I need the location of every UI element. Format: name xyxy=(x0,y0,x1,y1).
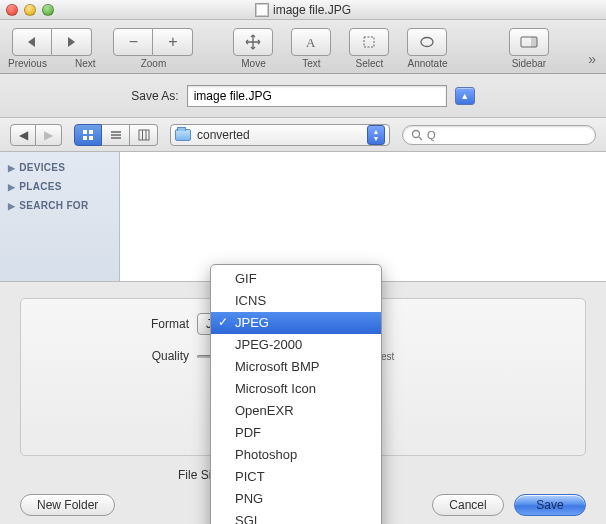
save-label: Save xyxy=(536,498,563,512)
svg-rect-8 xyxy=(89,136,93,140)
disclosure-triangle-icon: ▶ xyxy=(8,182,15,192)
previous-label: Previous xyxy=(8,58,47,69)
sidebar-section-places[interactable]: ▶ PLACES xyxy=(0,177,119,196)
svg-rect-7 xyxy=(83,136,87,140)
search-icon xyxy=(411,129,423,141)
move-tool-button[interactable] xyxy=(233,28,273,56)
titlebar: image file.JPG xyxy=(0,0,606,20)
folder-stepper-icon: ▲▼ xyxy=(367,125,385,145)
format-option[interactable]: PNG xyxy=(211,488,381,510)
svg-rect-6 xyxy=(89,130,93,134)
cancel-button[interactable]: Cancel xyxy=(432,494,504,516)
format-option[interactable]: OpenEXR xyxy=(211,400,381,422)
svg-line-16 xyxy=(419,137,422,140)
zoom-label: Zoom xyxy=(141,58,167,69)
move-label: Move xyxy=(241,58,265,69)
list-view-button[interactable] xyxy=(102,124,130,146)
format-label: Format xyxy=(39,317,189,331)
svg-rect-12 xyxy=(139,130,149,140)
svg-point-15 xyxy=(413,130,420,137)
file-icon xyxy=(255,3,269,17)
sidebar-label: Sidebar xyxy=(512,58,546,69)
format-option[interactable]: Microsoft BMP xyxy=(211,356,381,378)
format-option[interactable]: GIF xyxy=(211,268,381,290)
toolbar: Previous Next − + Zoom Move A Text Selec… xyxy=(0,20,606,74)
zoom-in-button[interactable]: + xyxy=(153,28,193,56)
expand-disclosure-button[interactable]: ▲ xyxy=(455,87,475,105)
file-list-area[interactable] xyxy=(120,152,606,281)
quality-hint: est xyxy=(381,351,394,362)
format-dropdown-menu[interactable]: GIFICNSJPEGJPEG-2000Microsoft BMPMicroso… xyxy=(210,264,382,524)
previous-button[interactable] xyxy=(12,28,52,56)
sidebar-section-label: SEARCH FOR xyxy=(19,200,88,211)
window-controls xyxy=(6,4,54,16)
zoom-out-button[interactable]: − xyxy=(113,28,153,56)
text-tool-button[interactable]: A xyxy=(291,28,331,56)
icon-view-button[interactable] xyxy=(74,124,102,146)
annotate-label: Annotate xyxy=(407,58,447,69)
format-option[interactable]: ICNS xyxy=(211,290,381,312)
format-option[interactable]: PICT xyxy=(211,466,381,488)
back-button[interactable]: ◀ xyxy=(10,124,36,146)
text-label: Text xyxy=(302,58,320,69)
folder-name: converted xyxy=(197,128,250,142)
select-tool-button[interactable] xyxy=(349,28,389,56)
svg-rect-5 xyxy=(83,130,87,134)
svg-rect-1 xyxy=(364,37,374,47)
column-view-button[interactable] xyxy=(130,124,158,146)
new-folder-label: New Folder xyxy=(37,498,98,512)
browser-bar: ◀ ▶ converted ▲▼ xyxy=(0,118,606,152)
disclosure-triangle-icon: ▶ xyxy=(8,163,15,173)
save-as-label: Save As: xyxy=(131,89,178,103)
folder-icon xyxy=(175,129,191,141)
search-input[interactable] xyxy=(427,129,587,141)
format-option[interactable]: JPEG xyxy=(211,312,381,334)
sidebar-section-search-for[interactable]: ▶ SEARCH FOR xyxy=(0,196,119,215)
format-option[interactable]: SGI xyxy=(211,510,381,524)
select-label: Select xyxy=(356,58,384,69)
sidebar-toggle-button[interactable] xyxy=(509,28,549,56)
window-title: image file.JPG xyxy=(273,3,351,17)
sidebar-section-label: PLACES xyxy=(19,181,61,192)
svg-text:A: A xyxy=(306,35,316,49)
format-option[interactable]: PDF xyxy=(211,422,381,444)
format-option[interactable]: JPEG-2000 xyxy=(211,334,381,356)
quality-label: Quality xyxy=(39,349,189,363)
next-button[interactable] xyxy=(52,28,92,56)
sidebar-section-label: DEVICES xyxy=(19,162,65,173)
new-folder-button[interactable]: New Folder xyxy=(20,494,115,516)
search-field[interactable] xyxy=(402,125,596,145)
annotate-tool-button[interactable] xyxy=(407,28,447,56)
source-sidebar: ▶ DEVICES ▶ PLACES ▶ SEARCH FOR xyxy=(0,152,120,281)
save-button[interactable]: Save xyxy=(514,494,586,516)
minimize-window-button[interactable] xyxy=(24,4,36,16)
filename-input[interactable] xyxy=(187,85,447,107)
zoom-window-button[interactable] xyxy=(42,4,54,16)
format-option[interactable]: Microsoft Icon xyxy=(211,378,381,400)
toolbar-overflow-icon[interactable]: » xyxy=(588,51,598,67)
folder-popup[interactable]: converted ▲▼ xyxy=(170,124,390,146)
close-window-button[interactable] xyxy=(6,4,18,16)
cancel-label: Cancel xyxy=(449,498,486,512)
svg-point-2 xyxy=(421,38,433,47)
forward-button[interactable]: ▶ xyxy=(36,124,62,146)
next-label: Next xyxy=(75,58,96,69)
file-browser: ▶ DEVICES ▶ PLACES ▶ SEARCH FOR xyxy=(0,152,606,282)
svg-rect-4 xyxy=(531,37,537,47)
save-as-row: Save As: ▲ xyxy=(0,74,606,118)
disclosure-triangle-icon: ▶ xyxy=(8,201,15,211)
format-option[interactable]: Photoshop xyxy=(211,444,381,466)
sidebar-section-devices[interactable]: ▶ DEVICES xyxy=(0,158,119,177)
